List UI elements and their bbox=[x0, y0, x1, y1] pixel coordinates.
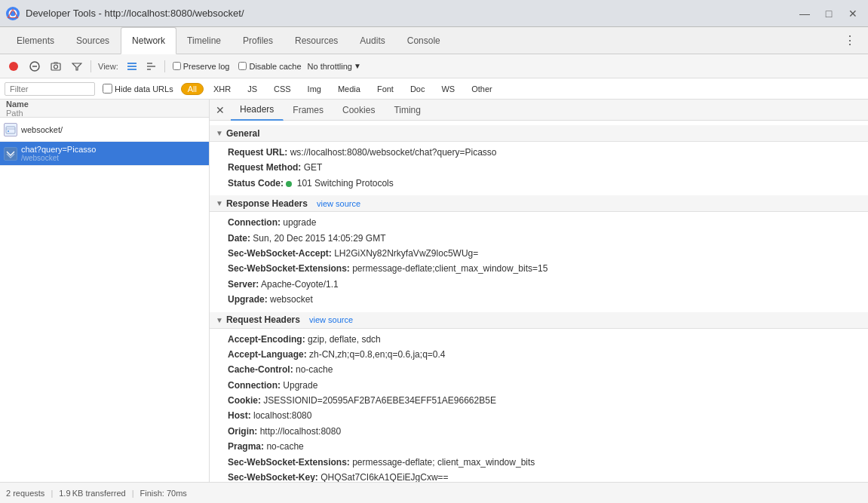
response-header-row: Upgrade: websocket bbox=[228, 292, 856, 307]
filter-css-button[interactable]: CSS bbox=[267, 83, 298, 95]
svg-rect-13 bbox=[147, 69, 151, 70]
response-headers-body: Connection: upgrade Date: Sun, 20 Dec 20… bbox=[210, 212, 868, 310]
general-title: General bbox=[226, 128, 260, 139]
response-header-row: Date: Sun, 20 Dec 2015 14:05:29 GMT bbox=[228, 231, 856, 246]
request-headers-section-header[interactable]: ▼ Request Headers view source bbox=[210, 312, 868, 329]
filter-ws-button[interactable]: WS bbox=[434, 83, 462, 95]
request-header-row: Pragma: no-cache bbox=[228, 439, 856, 454]
general-section-header[interactable]: ▼ General bbox=[210, 125, 868, 142]
kebab-menu-button[interactable]: ⋮ bbox=[838, 30, 862, 51]
request-name: chat?query=Picasso bbox=[21, 145, 206, 154]
svg-rect-11 bbox=[147, 63, 152, 64]
request-headers-view-source[interactable]: view source bbox=[309, 315, 353, 324]
status-sep-2: | bbox=[132, 489, 134, 498]
response-header-row: Server: Apache-Coyote/1.1 bbox=[228, 277, 856, 292]
title-bar: Developer Tools - http://localhost:8080/… bbox=[0, 0, 868, 27]
name-column-header: Name Path bbox=[6, 100, 203, 118]
tab-audits[interactable]: Audits bbox=[349, 27, 396, 54]
tab-console[interactable]: Console bbox=[397, 27, 452, 54]
filter-js-button[interactable]: JS bbox=[241, 83, 264, 95]
main-area: Name Path websocket/ bbox=[0, 100, 868, 482]
general-body: Request URL: ws://localhost:8080/websock… bbox=[210, 142, 868, 194]
websocket-request-icon bbox=[3, 146, 18, 161]
devtools-tab-bar: Elements Sources Network Timeline Profil… bbox=[0, 27, 868, 54]
window-title: Developer Tools - http://localhost:8080/… bbox=[26, 8, 796, 19]
view-label: View: bbox=[98, 62, 118, 71]
filter-xhr-button[interactable]: XHR bbox=[207, 83, 238, 95]
tab-headers[interactable]: Headers bbox=[231, 100, 284, 121]
headers-content: ▼ General Request URL: ws://localhost:80… bbox=[210, 121, 868, 482]
tab-elements[interactable]: Elements bbox=[6, 27, 66, 54]
detail-tabs-bar: ✕ Headers Frames Cookies Timing bbox=[210, 100, 868, 121]
svg-rect-12 bbox=[147, 66, 155, 67]
tab-profiles[interactable]: Profiles bbox=[232, 27, 284, 54]
websocket-folder-icon bbox=[3, 122, 18, 137]
waterfall-view-button[interactable] bbox=[143, 58, 160, 75]
collapse-arrow-icon: ▼ bbox=[216, 199, 223, 207]
list-item[interactable]: chat?query=Picasso /websocket bbox=[0, 142, 209, 166]
record-button[interactable] bbox=[5, 57, 23, 75]
tab-network[interactable]: Network bbox=[121, 27, 176, 54]
request-header-row: Accept-Encoding: gzip, deflate, sdch bbox=[228, 332, 856, 347]
request-header-row: Cookie: JSESSIONID=20595AF2B7A6EBE34EFF5… bbox=[228, 393, 856, 408]
request-header-row: Connection: Upgrade bbox=[228, 378, 856, 393]
network-request-list: websocket/ chat?query=Picasso /websocket bbox=[0, 118, 209, 482]
tab-timing[interactable]: Timing bbox=[385, 100, 431, 121]
request-name: websocket/ bbox=[21, 125, 206, 134]
response-headers-view-source[interactable]: view source bbox=[317, 199, 360, 208]
filter-other-button[interactable]: Other bbox=[465, 83, 499, 95]
hide-data-urls-checkbox[interactable]: Hide data URLs bbox=[103, 84, 173, 94]
request-path: /websocket bbox=[21, 154, 206, 162]
request-header-row: Host: localhost:8080 bbox=[228, 408, 856, 423]
svg-rect-6 bbox=[51, 63, 60, 70]
response-header-row: Sec-WebSocket-Extensions: permessage-def… bbox=[228, 261, 856, 276]
toolbar-separator-2 bbox=[164, 60, 165, 72]
request-headers-section: ▼ Request Headers view source Accept-Enc… bbox=[210, 312, 868, 482]
filter-doc-button[interactable]: Doc bbox=[403, 83, 432, 95]
transferred-size: 1.9 KB transferred bbox=[59, 489, 125, 498]
status-sep-1: | bbox=[51, 489, 53, 498]
tab-cookies[interactable]: Cookies bbox=[333, 100, 385, 121]
response-headers-title: Response Headers bbox=[226, 198, 308, 209]
preserve-log-checkbox[interactable]: Preserve log bbox=[173, 62, 230, 71]
close-detail-button[interactable]: ✕ bbox=[213, 103, 228, 118]
tab-timeline[interactable]: Timeline bbox=[176, 27, 232, 54]
status-code-row: Status Code: 101 Switching Protocols bbox=[228, 176, 856, 191]
list-item[interactable]: websocket/ bbox=[0, 118, 209, 142]
toolbar-separator-1 bbox=[90, 60, 91, 72]
request-header-row: Accept-Language: zh-CN,zh;q=0.8,en;q=0.6… bbox=[228, 347, 856, 362]
request-headers-title: Request Headers bbox=[226, 314, 300, 325]
tab-frames[interactable]: Frames bbox=[284, 100, 333, 121]
filter-all-button[interactable]: All bbox=[181, 83, 204, 95]
svg-rect-14 bbox=[6, 127, 15, 133]
throttle-chevron-icon: ▼ bbox=[354, 62, 361, 70]
list-view-button[interactable] bbox=[124, 58, 140, 75]
screenshot-button[interactable] bbox=[47, 57, 65, 75]
filter-input[interactable] bbox=[5, 82, 95, 96]
status-bar: 2 requests | 1.9 KB transferred | Finish… bbox=[0, 482, 868, 503]
filter-font-button[interactable]: Font bbox=[370, 83, 400, 95]
collapse-arrow-icon: ▼ bbox=[216, 316, 223, 324]
request-header-row: Origin: http://localhost:8080 bbox=[228, 424, 856, 439]
window-controls: — □ ✕ bbox=[796, 5, 862, 23]
maximize-button[interactable]: □ bbox=[820, 5, 838, 23]
disable-cache-checkbox[interactable]: Disable cache bbox=[238, 62, 301, 71]
filter-bar: Hide data URLs All XHR JS CSS Img Media … bbox=[0, 78, 868, 100]
response-headers-section-header[interactable]: ▼ Response Headers view source bbox=[210, 195, 868, 212]
tab-resources[interactable]: Resources bbox=[284, 27, 349, 54]
stop-button[interactable] bbox=[26, 57, 44, 75]
svg-rect-10 bbox=[127, 69, 136, 70]
tab-sources[interactable]: Sources bbox=[66, 27, 121, 54]
status-green-dot bbox=[286, 181, 292, 187]
minimize-button[interactable]: — bbox=[796, 5, 814, 23]
request-method-row: Request Method: GET bbox=[228, 160, 856, 175]
throttle-dropdown[interactable]: No throttling ▼ bbox=[308, 62, 361, 71]
filter-img-button[interactable]: Img bbox=[301, 83, 328, 95]
tab-bar-right: ⋮ bbox=[838, 27, 862, 54]
filter-button[interactable] bbox=[68, 57, 86, 75]
svg-point-7 bbox=[54, 65, 58, 69]
response-headers-section: ▼ Response Headers view source Connectio… bbox=[210, 195, 868, 310]
filter-media-button[interactable]: Media bbox=[331, 83, 367, 95]
request-detail-panel: ✕ Headers Frames Cookies Timing ▼ Genera… bbox=[210, 100, 868, 482]
close-button[interactable]: ✕ bbox=[844, 5, 862, 23]
